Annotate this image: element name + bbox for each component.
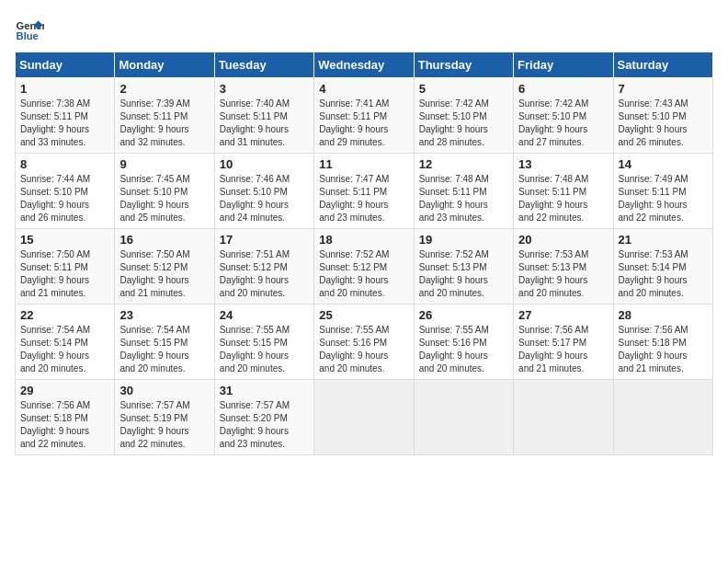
calendar-day-cell: 18Sunrise: 7:52 AM Sunset: 5:12 PM Dayli… xyxy=(314,229,414,304)
logo: General Blue xyxy=(15,15,48,44)
weekday-header-cell: Tuesday xyxy=(214,52,313,78)
day-info: Sunrise: 7:52 AM Sunset: 5:13 PM Dayligh… xyxy=(419,248,508,300)
logo-icon: General Blue xyxy=(15,15,44,44)
calendar-day-cell: 22Sunrise: 7:54 AM Sunset: 5:14 PM Dayli… xyxy=(16,304,115,380)
day-info: Sunrise: 7:38 AM Sunset: 5:11 PM Dayligh… xyxy=(20,98,109,149)
weekday-header-cell: Friday xyxy=(514,52,613,78)
day-info: Sunrise: 7:51 AM Sunset: 5:12 PM Dayligh… xyxy=(220,248,309,300)
calendar-day-cell: 23Sunrise: 7:54 AM Sunset: 5:15 PM Dayli… xyxy=(115,304,214,380)
calendar-day-cell: 5Sunrise: 7:42 AM Sunset: 5:10 PM Daylig… xyxy=(414,78,513,154)
day-info: Sunrise: 7:41 AM Sunset: 5:11 PM Dayligh… xyxy=(319,98,408,149)
day-number: 22 xyxy=(20,308,109,322)
day-info: Sunrise: 7:55 AM Sunset: 5:16 PM Dayligh… xyxy=(419,324,508,375)
day-number: 29 xyxy=(20,384,109,397)
calendar-day-cell: 1Sunrise: 7:38 AM Sunset: 5:11 PM Daylig… xyxy=(16,78,115,154)
day-number: 4 xyxy=(319,82,408,96)
day-info: Sunrise: 7:54 AM Sunset: 5:15 PM Dayligh… xyxy=(119,324,209,375)
day-number: 20 xyxy=(518,233,608,247)
day-info: Sunrise: 7:39 AM Sunset: 5:11 PM Dayligh… xyxy=(119,98,209,149)
day-info: Sunrise: 7:55 AM Sunset: 5:15 PM Dayligh… xyxy=(220,324,309,375)
day-number: 25 xyxy=(319,308,408,322)
day-number: 5 xyxy=(419,82,508,96)
day-info: Sunrise: 7:56 AM Sunset: 5:18 PM Dayligh… xyxy=(20,399,109,451)
day-info: Sunrise: 7:48 AM Sunset: 5:11 PM Dayligh… xyxy=(518,173,608,224)
day-number: 12 xyxy=(419,157,508,171)
calendar-day-cell: 4Sunrise: 7:41 AM Sunset: 5:11 PM Daylig… xyxy=(314,78,414,154)
day-number: 2 xyxy=(119,82,209,96)
calendar-day-cell: 16Sunrise: 7:50 AM Sunset: 5:12 PM Dayli… xyxy=(115,229,214,304)
day-number: 1 xyxy=(20,82,109,96)
day-info: Sunrise: 7:56 AM Sunset: 5:17 PM Dayligh… xyxy=(518,324,608,375)
day-number: 28 xyxy=(619,308,708,322)
day-number: 9 xyxy=(119,157,209,171)
calendar-day-cell: 15Sunrise: 7:50 AM Sunset: 5:11 PM Dayli… xyxy=(16,229,115,304)
calendar-day-cell: 30Sunrise: 7:57 AM Sunset: 5:19 PM Dayli… xyxy=(115,380,214,455)
calendar-day-cell: 9Sunrise: 7:45 AM Sunset: 5:10 PM Daylig… xyxy=(115,154,214,229)
calendar-week-row: 15Sunrise: 7:50 AM Sunset: 5:11 PM Dayli… xyxy=(16,229,713,304)
day-number: 26 xyxy=(419,308,508,322)
day-info: Sunrise: 7:57 AM Sunset: 5:20 PM Dayligh… xyxy=(220,399,309,451)
day-info: Sunrise: 7:57 AM Sunset: 5:19 PM Dayligh… xyxy=(119,399,209,451)
calendar-day-cell: 3Sunrise: 7:40 AM Sunset: 5:11 PM Daylig… xyxy=(214,78,313,154)
calendar-day-cell: 14Sunrise: 7:49 AM Sunset: 5:11 PM Dayli… xyxy=(613,154,712,229)
calendar-day-cell: 17Sunrise: 7:51 AM Sunset: 5:12 PM Dayli… xyxy=(214,229,313,304)
page-header: General Blue xyxy=(15,15,713,44)
day-info: Sunrise: 7:47 AM Sunset: 5:11 PM Dayligh… xyxy=(319,173,408,224)
day-number: 16 xyxy=(119,233,209,247)
calendar-day-cell: 27Sunrise: 7:56 AM Sunset: 5:17 PM Dayli… xyxy=(514,304,613,380)
day-info: Sunrise: 7:50 AM Sunset: 5:11 PM Dayligh… xyxy=(20,248,109,300)
day-number: 31 xyxy=(220,384,309,397)
day-number: 18 xyxy=(319,233,408,247)
day-info: Sunrise: 7:42 AM Sunset: 5:10 PM Dayligh… xyxy=(419,98,508,149)
calendar-day-cell: 31Sunrise: 7:57 AM Sunset: 5:20 PM Dayli… xyxy=(214,380,313,455)
day-number: 23 xyxy=(119,308,209,322)
day-info: Sunrise: 7:45 AM Sunset: 5:10 PM Dayligh… xyxy=(119,173,209,224)
calendar-week-row: 1Sunrise: 7:38 AM Sunset: 5:11 PM Daylig… xyxy=(16,78,713,154)
calendar-day-cell xyxy=(514,380,613,455)
day-number: 30 xyxy=(119,384,209,397)
calendar-day-cell: 26Sunrise: 7:55 AM Sunset: 5:16 PM Dayli… xyxy=(414,304,513,380)
calendar-day-cell xyxy=(314,380,414,455)
day-info: Sunrise: 7:55 AM Sunset: 5:16 PM Dayligh… xyxy=(319,324,408,375)
day-number: 17 xyxy=(220,233,309,247)
day-info: Sunrise: 7:49 AM Sunset: 5:11 PM Dayligh… xyxy=(619,173,708,224)
calendar-day-cell: 13Sunrise: 7:48 AM Sunset: 5:11 PM Dayli… xyxy=(514,154,613,229)
calendar-day-cell: 28Sunrise: 7:56 AM Sunset: 5:18 PM Dayli… xyxy=(613,304,712,380)
weekday-header-cell: Wednesday xyxy=(314,52,414,78)
calendar-week-row: 29Sunrise: 7:56 AM Sunset: 5:18 PM Dayli… xyxy=(16,380,713,455)
calendar-day-cell: 29Sunrise: 7:56 AM Sunset: 5:18 PM Dayli… xyxy=(16,380,115,455)
day-info: Sunrise: 7:53 AM Sunset: 5:13 PM Dayligh… xyxy=(518,248,608,300)
day-number: 10 xyxy=(220,157,309,171)
day-info: Sunrise: 7:52 AM Sunset: 5:12 PM Dayligh… xyxy=(319,248,408,300)
day-number: 8 xyxy=(20,157,109,171)
calendar-day-cell: 6Sunrise: 7:42 AM Sunset: 5:10 PM Daylig… xyxy=(514,78,613,154)
day-info: Sunrise: 7:46 AM Sunset: 5:10 PM Dayligh… xyxy=(220,173,309,224)
day-info: Sunrise: 7:40 AM Sunset: 5:11 PM Dayligh… xyxy=(220,98,309,149)
day-info: Sunrise: 7:43 AM Sunset: 5:10 PM Dayligh… xyxy=(619,98,708,149)
day-number: 7 xyxy=(619,82,708,96)
calendar-day-cell: 21Sunrise: 7:53 AM Sunset: 5:14 PM Dayli… xyxy=(613,229,712,304)
svg-text:Blue: Blue xyxy=(17,30,39,41)
calendar-day-cell: 25Sunrise: 7:55 AM Sunset: 5:16 PM Dayli… xyxy=(314,304,414,380)
calendar-week-row: 22Sunrise: 7:54 AM Sunset: 5:14 PM Dayli… xyxy=(16,304,713,380)
day-number: 27 xyxy=(518,308,608,322)
day-number: 11 xyxy=(319,157,408,171)
calendar-table: SundayMondayTuesdayWednesdayThursdayFrid… xyxy=(15,52,713,455)
calendar-day-cell: 8Sunrise: 7:44 AM Sunset: 5:10 PM Daylig… xyxy=(16,154,115,229)
calendar-day-cell: 10Sunrise: 7:46 AM Sunset: 5:10 PM Dayli… xyxy=(214,154,313,229)
calendar-day-cell: 7Sunrise: 7:43 AM Sunset: 5:10 PM Daylig… xyxy=(613,78,712,154)
calendar-day-cell: 20Sunrise: 7:53 AM Sunset: 5:13 PM Dayli… xyxy=(514,229,613,304)
weekday-header-cell: Sunday xyxy=(16,52,115,78)
calendar-day-cell: 12Sunrise: 7:48 AM Sunset: 5:11 PM Dayli… xyxy=(414,154,513,229)
day-number: 14 xyxy=(619,157,708,171)
day-number: 15 xyxy=(20,233,109,247)
calendar-day-cell: 2Sunrise: 7:39 AM Sunset: 5:11 PM Daylig… xyxy=(115,78,214,154)
calendar-day-cell xyxy=(414,380,513,455)
weekday-header-row: SundayMondayTuesdayWednesdayThursdayFrid… xyxy=(16,52,713,78)
weekday-header-cell: Monday xyxy=(115,52,214,78)
calendar-day-cell: 19Sunrise: 7:52 AM Sunset: 5:13 PM Dayli… xyxy=(414,229,513,304)
weekday-header-cell: Saturday xyxy=(613,52,712,78)
day-info: Sunrise: 7:48 AM Sunset: 5:11 PM Dayligh… xyxy=(419,173,508,224)
day-number: 24 xyxy=(220,308,309,322)
day-number: 19 xyxy=(419,233,508,247)
